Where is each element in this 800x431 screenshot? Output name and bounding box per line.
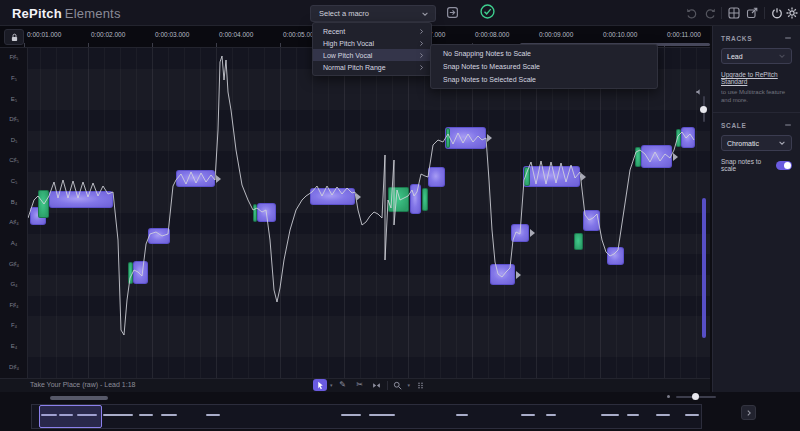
minimap-note-dash xyxy=(103,414,133,416)
upgrade-description: to use Multitrack feature and more. xyxy=(721,88,792,104)
ruler-tick-mark xyxy=(152,43,153,47)
menu-item-label: Snap Notes to Measured Scale xyxy=(443,63,651,70)
zoom-tool-button[interactable] xyxy=(391,379,405,391)
note-vibrato-handle[interactable] xyxy=(530,229,535,237)
note-vibrato-handle[interactable] xyxy=(516,271,521,279)
note-vibrato-handle[interactable] xyxy=(581,173,586,181)
note-vibrato-handle[interactable] xyxy=(216,175,221,183)
piano-key-label: F₄ xyxy=(0,322,28,328)
pitch-editor[interactable]: F♯₅F₅E₅D♯₅D₅C♯₅C₅B₄A♯₄A₄G♯₄G₄F♯₄F₄E₄D♯₄ xyxy=(0,48,710,378)
scale-select-value: Chromatic xyxy=(727,140,778,147)
minimap-note-dash xyxy=(627,414,639,416)
macro-submenu-item[interactable]: Snap Notes to Measured Scale xyxy=(431,60,657,73)
menu-item-label: Recent xyxy=(323,28,418,35)
scissors-tool-button[interactable]: ✂ xyxy=(353,379,367,391)
minimap-note-dash xyxy=(521,414,535,416)
lock-button[interactable] xyxy=(4,29,24,45)
redo-icon[interactable] xyxy=(704,7,716,19)
settings-gear-icon[interactable] xyxy=(786,7,798,19)
scale-header: SCALE xyxy=(721,121,792,129)
app-logo: RePitchElements xyxy=(12,6,121,21)
grid-view-icon[interactable] xyxy=(728,7,740,19)
macro-menu-item[interactable]: Low Pitch Vocal xyxy=(313,49,431,61)
macro-menu: RecentHigh Pitch VocalLow Pitch VocalNor… xyxy=(312,22,432,76)
tracks-title: TRACKS xyxy=(721,35,752,42)
bottom-strip xyxy=(0,392,800,431)
vertical-scrollbar[interactable] xyxy=(702,198,706,338)
toolbar-drag-handle[interactable] xyxy=(413,379,427,391)
ruler-tick-mark xyxy=(88,43,89,47)
minimap-note-dash xyxy=(161,414,177,416)
pencil-tool-button[interactable]: ✎ xyxy=(336,379,350,391)
scale-title: SCALE xyxy=(721,122,747,129)
menu-item-label: Snap Notes to Selected Scale xyxy=(443,76,651,83)
chevron-down-icon xyxy=(778,139,786,147)
piano-key-label: A₄ xyxy=(0,240,28,246)
ruler-tick-label: 0:00:01.000 xyxy=(27,31,61,38)
macro-menu-item[interactable]: Recent xyxy=(313,25,431,37)
menu-item-label: No Snapping Notes to Scale xyxy=(443,50,651,57)
chevron-down-icon xyxy=(421,10,429,18)
upgrade-link[interactable]: Upgrade to RePitch Standard xyxy=(721,71,792,85)
note-vibrato-handle[interactable] xyxy=(356,193,361,201)
minimap-note-dash xyxy=(206,414,220,416)
right-sidebar: TRACKS Lead Upgrade to RePitch Standard … xyxy=(712,26,800,392)
export-icon[interactable] xyxy=(746,7,758,19)
piano-key-label: G♯₄ xyxy=(0,261,28,267)
undo-icon[interactable] xyxy=(686,7,698,19)
brand-name: RePitch xyxy=(12,6,62,21)
vertical-zoom-knob[interactable] xyxy=(700,106,707,113)
macro-menu-item[interactable]: High Pitch Vocal xyxy=(313,37,431,49)
chevron-right-icon xyxy=(418,52,425,59)
ruler-tick-label: 0:00:03.000 xyxy=(155,31,189,38)
scale-select[interactable]: Chromatic xyxy=(721,135,792,151)
tracks-header: TRACKS xyxy=(721,34,792,42)
tool-caret-icon[interactable]: ▾ xyxy=(330,382,333,388)
track-select[interactable]: Lead xyxy=(721,48,792,64)
chevron-right-icon xyxy=(745,409,753,417)
macro-submenu-item[interactable]: Snap Notes to Selected Scale xyxy=(431,73,657,86)
menu-item-label: Normal Pitch Range xyxy=(323,64,418,71)
select-tool-button[interactable] xyxy=(313,379,327,391)
tool-caret-icon[interactable]: ▾ xyxy=(408,382,411,388)
ruler-tick-label: 0:00:09.000 xyxy=(539,31,573,38)
ruler-tick-mark xyxy=(280,43,281,47)
piano-key-label: F₅ xyxy=(0,75,28,81)
ruler-tick-label: 0:00:08.000 xyxy=(475,31,509,38)
sidebar-divider xyxy=(713,112,800,113)
minimap-scrollbar[interactable] xyxy=(50,396,108,400)
join-tool-button[interactable] xyxy=(370,379,384,391)
macro-menu-item[interactable]: Normal Pitch Range xyxy=(313,61,431,73)
minimap-note-dash xyxy=(601,414,619,416)
scissors-icon: ✂ xyxy=(356,381,363,389)
speaker-icon[interactable] xyxy=(695,88,703,96)
minimap-note-dash xyxy=(546,414,556,416)
ruler-tick-mark xyxy=(216,43,217,47)
zoom-minus-dot[interactable] xyxy=(667,395,670,398)
ruler-tick-label: 0:00:04.000 xyxy=(219,31,253,38)
session-status: Take Your Place (raw) - Lead 1:18 xyxy=(30,381,135,388)
minimap-note-dash xyxy=(456,414,468,416)
minimap[interactable] xyxy=(31,404,702,429)
horizontal-zoom-knob[interactable] xyxy=(692,393,699,400)
ruler-tick-label: 0:00:11.000 xyxy=(667,31,701,38)
chevron-down-icon xyxy=(778,52,786,60)
tool-row: ▾ ✎ ✂ ▾ xyxy=(313,379,427,391)
piano-key-label: B₄ xyxy=(0,199,28,205)
chevron-right-icon xyxy=(418,28,425,35)
collapse-tracks-icon[interactable] xyxy=(784,34,792,42)
snap-toggle[interactable] xyxy=(776,161,792,170)
piano-key-label: D♯₄ xyxy=(0,364,28,370)
note-vibrato-handle[interactable] xyxy=(487,134,492,142)
minimap-next-button[interactable] xyxy=(741,405,756,420)
apply-macro-icon[interactable] xyxy=(446,6,459,19)
minimap-note-dash xyxy=(685,414,699,416)
ruler-tick-label: 0:00:02.000 xyxy=(91,31,125,38)
minimap-viewport[interactable] xyxy=(39,405,102,428)
collapse-scale-icon[interactable] xyxy=(784,121,792,129)
power-icon[interactable] xyxy=(771,7,783,19)
note-vibrato-handle[interactable] xyxy=(673,153,678,161)
macro-select[interactable]: Select a macro xyxy=(310,5,436,22)
macro-submenu-item[interactable]: No Snapping Notes to Scale xyxy=(431,47,657,60)
brand-suffix: Elements xyxy=(65,6,121,21)
